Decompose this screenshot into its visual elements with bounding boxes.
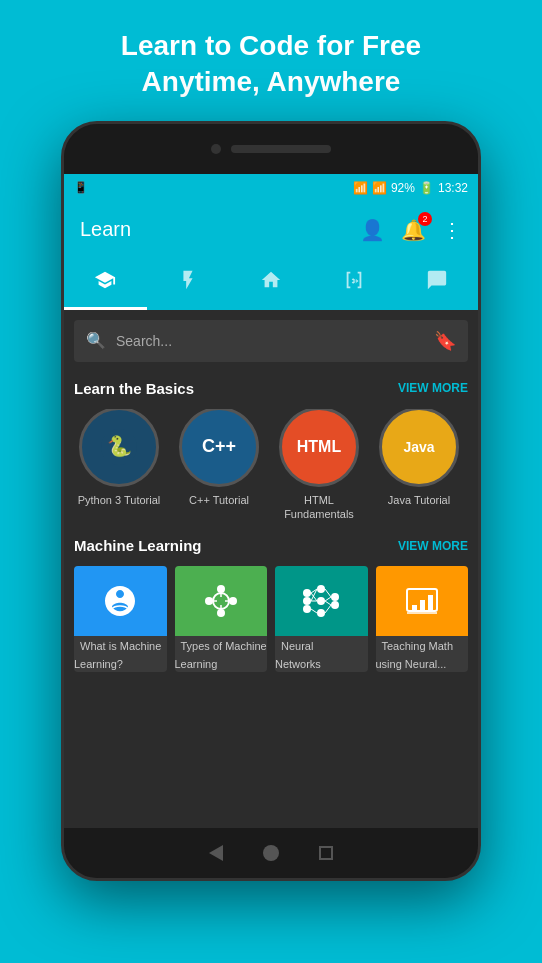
svg-point-3 xyxy=(217,585,225,593)
search-icon: 🔍 xyxy=(86,331,106,350)
python-circle: 🐍 xyxy=(81,409,157,485)
svg-point-6 xyxy=(229,597,237,605)
app-icon-small: 📱 xyxy=(74,181,88,194)
svg-point-4 xyxy=(217,609,225,617)
svg-point-14 xyxy=(317,585,325,593)
ml-card-img-neural xyxy=(275,566,368,636)
phone-screen: 📱 📶 📶 92% 🔋 13:32 Learn 👤 🔔 2 xyxy=(64,174,478,828)
bookmark-icon[interactable]: 🔖 xyxy=(434,330,456,352)
nav-tabs xyxy=(64,258,478,310)
python-name: Python 3 Tutorial xyxy=(78,493,161,507)
course-html[interactable]: HTML HTML Fundamentals xyxy=(274,409,364,522)
notification-badge: 2 xyxy=(418,212,432,226)
java-name: Java Tutorial xyxy=(388,493,450,507)
learn-basics-title: Learn the Basics xyxy=(74,380,194,397)
learn-basics-header: Learn the Basics VIEW MORE xyxy=(74,380,468,397)
front-camera xyxy=(211,144,221,154)
search-placeholder: Search... xyxy=(116,333,424,349)
ml-types-name: Types of Machine Learning xyxy=(175,634,267,672)
svg-point-15 xyxy=(317,597,325,605)
course-java[interactable]: Java Java Tutorial xyxy=(374,409,464,522)
back-button[interactable] xyxy=(209,845,223,861)
ml-card-types[interactable]: Types of Machine Learning xyxy=(175,566,268,672)
home-button[interactable] xyxy=(263,845,279,861)
battery-percent: 92% xyxy=(391,181,415,195)
tab-code[interactable] xyxy=(312,258,395,310)
svg-rect-31 xyxy=(428,595,433,611)
ml-header: Machine Learning VIEW MORE xyxy=(74,537,468,554)
ml-card-teaching[interactable]: Teaching Math using Neural... xyxy=(376,566,469,672)
html-circle: HTML xyxy=(281,409,357,485)
phone: 📱 📶 📶 92% 🔋 13:32 Learn 👤 🔔 2 xyxy=(61,121,481,881)
notification-icon[interactable]: 🔔 2 xyxy=(401,218,426,242)
ml-view-more[interactable]: VIEW MORE xyxy=(398,539,468,553)
svg-point-13 xyxy=(303,605,311,613)
java-circle: Java xyxy=(381,409,457,485)
hero-line1: Learn to Code for Free xyxy=(121,30,421,61)
phone-top-bezel xyxy=(64,124,478,174)
svg-rect-29 xyxy=(412,605,417,611)
ml-card-img-teaching xyxy=(376,566,469,636)
svg-line-27 xyxy=(325,605,331,613)
wifi-icon: 📶 xyxy=(353,181,368,195)
ml-card-what-is[interactable]: What is Machine Learning? xyxy=(74,566,167,672)
search-bar[interactable]: 🔍 Search... 🔖 xyxy=(74,320,468,362)
ml-card-neural[interactable]: Neural Networks xyxy=(275,566,368,672)
svg-line-25 xyxy=(325,597,331,601)
svg-point-17 xyxy=(331,593,339,601)
learn-basics-view-more[interactable]: VIEW MORE xyxy=(398,381,468,395)
profile-icon[interactable]: 👤 xyxy=(360,218,385,242)
ml-title: Machine Learning xyxy=(74,537,202,554)
svg-point-11 xyxy=(303,589,311,597)
ml-card-img-types xyxy=(175,566,268,636)
svg-line-21 xyxy=(311,609,317,613)
app-bar-icons: 👤 🔔 2 ⋮ xyxy=(360,218,462,242)
svg-point-18 xyxy=(331,601,339,609)
tab-home[interactable] xyxy=(230,258,313,310)
svg-point-5 xyxy=(205,597,213,605)
svg-point-16 xyxy=(317,609,325,617)
battery-icon: 🔋 xyxy=(419,181,434,195)
tab-learn[interactable] xyxy=(64,258,147,310)
recents-button[interactable] xyxy=(319,846,333,860)
cpp-circle: C++ xyxy=(181,409,257,485)
machine-learning-section: Machine Learning VIEW MORE xyxy=(74,537,468,672)
clock: 13:32 xyxy=(438,181,468,195)
ml-teaching-name: Teaching Math using Neural... xyxy=(376,634,454,672)
signal-icon: 📶 xyxy=(372,181,387,195)
html-name: HTML Fundamentals xyxy=(274,493,364,522)
basics-courses-row: 🐍 Python 3 Tutorial C++ C++ Tutorial xyxy=(74,409,468,522)
svg-line-26 xyxy=(325,601,331,605)
phone-wrapper: 📱 📶 📶 92% 🔋 13:32 Learn 👤 🔔 2 xyxy=(61,121,481,963)
speaker-grille xyxy=(231,145,331,153)
app-bar-title: Learn xyxy=(80,218,360,241)
tab-discuss[interactable] xyxy=(395,258,478,310)
ml-courses-row: What is Machine Learning? xyxy=(74,566,468,672)
ml-what-name: What is Machine Learning? xyxy=(74,634,161,672)
hero-section: Learn to Code for Free Anytime, Anywhere xyxy=(101,0,441,121)
svg-point-12 xyxy=(303,597,311,605)
ml-neural-name: Neural Networks xyxy=(275,634,327,672)
hero-line2: Anytime, Anywhere xyxy=(142,66,401,97)
ml-card-img-what xyxy=(74,566,167,636)
course-python[interactable]: 🐍 Python 3 Tutorial xyxy=(74,409,164,522)
status-bar: 📱 📶 📶 92% 🔋 13:32 xyxy=(64,174,478,202)
status-left: 📱 xyxy=(74,181,88,194)
learn-basics-section: Learn the Basics VIEW MORE 🐍 xyxy=(74,380,468,522)
app-bar: Learn 👤 🔔 2 ⋮ xyxy=(64,202,478,258)
more-options-icon[interactable]: ⋮ xyxy=(442,218,462,242)
cpp-name: C++ Tutorial xyxy=(189,493,249,507)
svg-rect-30 xyxy=(420,600,425,611)
content-area: Learn the Basics VIEW MORE 🐍 xyxy=(64,372,478,828)
svg-line-24 xyxy=(325,589,331,597)
status-right: 📶 📶 92% 🔋 13:32 xyxy=(353,181,468,195)
course-cpp[interactable]: C++ C++ Tutorial xyxy=(174,409,264,522)
phone-bottom-bezel xyxy=(64,828,478,878)
tab-practice[interactable] xyxy=(147,258,230,310)
